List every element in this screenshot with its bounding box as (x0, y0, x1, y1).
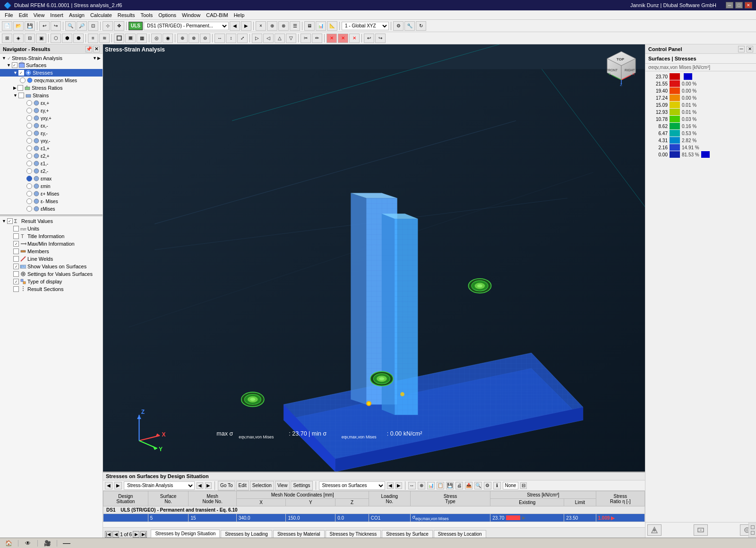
nav-strain-emises-[interactable]: ε- Mises (0, 197, 103, 205)
tb-icon-h[interactable]: ⚙ (393, 21, 404, 31)
svs-checkbox[interactable] (13, 271, 19, 277)
nav-stresses[interactable]: ▼ Stresses (0, 69, 103, 77)
nav-show-values[interactable]: 123 Show Values on Surfaces (0, 263, 103, 270)
units-checkbox[interactable] (13, 226, 19, 231)
nav-result-values[interactable]: ▼ Σ Result Values (0, 217, 103, 225)
table-tb-j[interactable]: ℹ (493, 482, 501, 489)
tb2-i[interactable]: ≋ (99, 34, 110, 43)
nav-stress-ratios[interactable]: ▶ Stress Ratios (0, 84, 103, 92)
nav-strain-e1+[interactable]: ε1,+ (0, 145, 103, 152)
tab-stresses-by-surface[interactable]: Stresses by Surface (382, 530, 432, 538)
table-tb-a[interactable]: ↔ (408, 482, 416, 489)
table-tb-icon1[interactable]: ◀ (105, 482, 112, 489)
table-tb-i[interactable]: ⚙ (484, 482, 491, 489)
zoom-in-icon[interactable]: 🔍 (65, 21, 76, 31)
viewport[interactable]: Stress-Strain Analysis (103, 44, 645, 538)
nav-expand-icon[interactable]: ▼ (93, 56, 97, 60)
tb-icon-g[interactable]: 📐 (327, 21, 337, 31)
table-settings-btn[interactable]: Settings (291, 481, 312, 490)
new-file-icon[interactable]: 📄 (2, 21, 12, 31)
nav-collapse-icon[interactable]: ▶ (97, 56, 101, 60)
menu-view[interactable]: View (31, 11, 48, 19)
prev-ds-icon[interactable]: ◀ (230, 21, 240, 31)
strain-e1+-radio[interactable] (26, 146, 32, 151)
menu-help[interactable]: Help (231, 11, 248, 19)
tb2-bb[interactable]: ✕ (338, 34, 348, 43)
tb-icon-e[interactable]: 🖥 (304, 21, 315, 31)
nav-stress-sub[interactable]: σeqv,max,von Mises (0, 77, 103, 84)
strains-expand[interactable]: ▼ (13, 93, 17, 98)
fit-icon[interactable]: ⊡ (88, 21, 98, 31)
strain-gxy--radio[interactable] (26, 138, 32, 144)
save-icon[interactable]: 💾 (25, 21, 35, 31)
menu-edit[interactable]: Edit (16, 11, 31, 19)
rs-checkbox[interactable] (13, 286, 19, 292)
cp-minimize-icon[interactable]: ─ (738, 46, 745, 52)
table-edit-btn[interactable]: Edit (236, 481, 249, 490)
nav-strain-gxy+[interactable]: γxy,+ (0, 114, 103, 122)
ti-checkbox[interactable] (13, 233, 19, 239)
tb-icon-i[interactable]: 🔧 (404, 21, 415, 31)
lw-checkbox[interactable] (13, 256, 19, 262)
nav-units[interactable]: mm Units (0, 225, 103, 232)
tb2-b[interactable]: ◈ (13, 34, 24, 43)
redo-icon[interactable]: ↪ (51, 21, 61, 31)
design-situation-combo[interactable]: DS1 (STR/GEO) - Permanent... (144, 22, 229, 30)
nav-strains[interactable]: ▼ Strains (0, 92, 103, 99)
sr-expand[interactable]: ▶ (13, 86, 17, 90)
table-type-prev[interactable]: ◀ (387, 482, 394, 489)
tb2-l[interactable]: ▦ (137, 34, 147, 43)
strain-emax-radio[interactable] (26, 176, 32, 181)
sv-checkbox[interactable] (13, 264, 19, 269)
table-tb-f[interactable]: 🖨 (455, 482, 463, 489)
menu-file[interactable]: File (2, 11, 16, 19)
last-page-btn[interactable]: ▶| (140, 531, 147, 538)
table-type-next[interactable]: ▶ (395, 482, 402, 489)
cp-resize-top[interactable] (751, 525, 755, 529)
nav-line-welds[interactable]: Line Welds (0, 255, 103, 263)
strain-emises--radio[interactable] (26, 198, 32, 204)
tb2-x[interactable]: ▽ (286, 34, 296, 43)
nav-strain-e2-[interactable]: ε2,- (0, 167, 103, 175)
table-scroll-area[interactable]: DesignSituation SurfaceNo. MeshNode No. … (103, 491, 645, 522)
menu-insert[interactable]: Insert (47, 11, 66, 19)
table-tb-e[interactable]: 💾 (446, 482, 454, 489)
tb2-k[interactable]: 🔳 (125, 34, 136, 43)
tb2-n[interactable]: ◉ (163, 34, 173, 43)
tb2-z[interactable]: ✏ (312, 34, 322, 43)
tab-stresses-by-loading[interactable]: Stresses by Loading (221, 530, 272, 538)
table-tb-h[interactable]: 🔍 (474, 482, 482, 489)
strain-ex--radio[interactable] (26, 123, 32, 128)
table-tb-c[interactable]: 📊 (427, 482, 435, 489)
menu-tools[interactable]: Tools (137, 11, 155, 19)
strain-ey+-radio[interactable] (26, 108, 32, 113)
status-eye-icon[interactable]: 👁 (23, 539, 33, 548)
menu-window[interactable]: Window (179, 11, 203, 19)
nav-strain-ex+[interactable]: εx,+ (0, 99, 103, 107)
surfaces-checkbox[interactable] (12, 62, 17, 68)
menu-assign[interactable]: Assign (66, 11, 87, 19)
table-combo-prev[interactable]: ◀ (197, 482, 203, 489)
tb2-f[interactable]: ⬢ (62, 34, 72, 43)
tb2-v[interactable]: ◁ (263, 34, 274, 43)
table-view-btn[interactable]: View (275, 481, 290, 490)
table-row[interactable]: 5 15 340.0 150.0 0.0 CO1 σeqv,max,von Mi… (103, 514, 645, 522)
tb2-ee[interactable]: ↪ (375, 34, 386, 43)
mm-checkbox[interactable] (13, 241, 19, 247)
table-tb-g[interactable]: 📤 (465, 482, 472, 489)
nav-strain-emises[interactable]: εMises (0, 205, 103, 213)
nav-close-icon[interactable]: ✕ (93, 46, 100, 52)
nav-analysis-header[interactable]: ▼ ✓ Stress-Strain Analysis ▼ ▶ (0, 55, 103, 61)
td-checkbox[interactable] (13, 279, 19, 284)
nav-strain-gxy-[interactable]: γxy,- (0, 137, 103, 145)
table-type-combo[interactable]: Stresses on Surfaces (319, 481, 385, 490)
strain-emises-radio[interactable] (26, 206, 32, 212)
menu-cadbim[interactable]: CAD-BIM (203, 11, 231, 19)
nav-strain-e2+[interactable]: ε2,+ (0, 152, 103, 160)
tb2-cc[interactable]: ✕ (349, 34, 360, 43)
tab-stresses-by-design[interactable]: Stresses by Design Situation (151, 530, 220, 538)
nav-result-sections[interactable]: Result Sections (0, 285, 103, 293)
first-page-btn[interactable]: |◀ (105, 531, 112, 538)
tb2-u[interactable]: ▷ (252, 34, 262, 43)
cp-resize-bottom[interactable] (751, 531, 755, 535)
